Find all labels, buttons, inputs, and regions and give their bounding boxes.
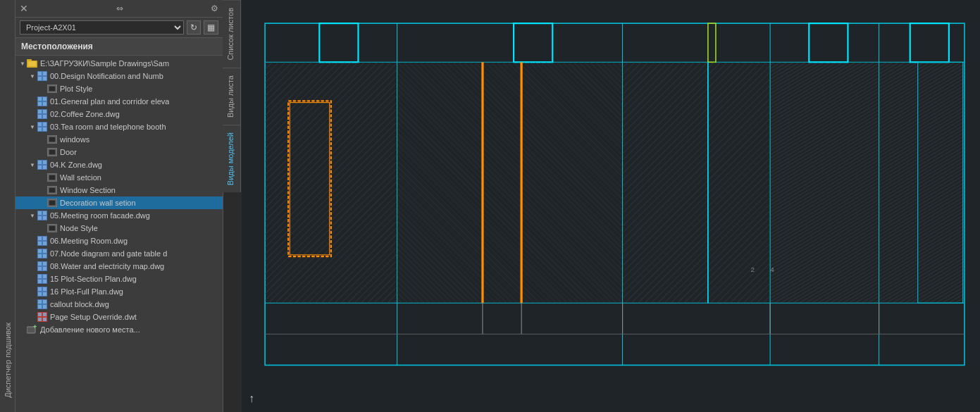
tree-item[interactable]: Wall setcion [15,171,223,184]
side-tab-1[interactable]: Виды листа [223,68,240,125]
svg-rect-18 [38,115,42,118]
svg-rect-48 [38,237,42,240]
svg-rect-5 [43,72,46,75]
tree-item-icon [46,83,58,94]
svg-rect-58 [38,262,42,266]
tree-item[interactable]: 16 Plot-Full Plan.dwg [15,285,223,298]
tree-item-label: Node Style [60,224,98,232]
tree-item-label: callout block.dwg [50,300,109,308]
tree-item[interactable]: Decoration wall setion [15,196,223,209]
tree-item-icon [37,311,48,323]
tree-item-icon [37,96,48,107]
tree-item[interactable]: 15 Plot-Section Plan.dwg [15,273,223,285]
tree-item[interactable]: callout block.dwg [15,298,223,311]
tree-arrow-icon [28,275,37,283]
svg-rect-101 [397,62,623,303]
tree-arrow-icon [28,237,37,245]
svg-rect-6 [38,77,42,80]
svg-rect-63 [38,275,42,278]
svg-rect-14 [43,102,46,106]
svg-rect-7 [43,77,46,80]
drawing-canvas-area: 2 4 ↑ [242,0,980,412]
svg-rect-37 [49,187,56,193]
close-icon[interactable]: ✕ [20,3,28,14]
svg-rect-73 [38,300,42,304]
tree-item-label: Добавление нового места... [40,325,140,334]
tree-arrow-icon [28,313,37,321]
tree-item[interactable]: ▼03.Tea room and telephone booth [15,120,223,133]
svg-rect-31 [43,161,46,164]
side-tabs: Список листовВиды листаВиды моделей [223,0,241,192]
tree-item[interactable]: +Добавление нового места... [15,323,223,336]
svg-rect-65 [38,280,42,283]
svg-rect-39 [49,200,56,206]
tree-item-icon [37,121,48,132]
tree-item[interactable]: Page Setup Override.dwt [15,311,223,323]
svg-rect-66 [43,280,46,283]
project-dropdown[interactable]: Project-A2X01 [20,20,184,35]
svg-rect-60 [38,267,42,270]
tree-item[interactable]: ▼00.Design Notification and Numb [15,70,223,82]
tree-item[interactable]: 02.Coffee Zone.dwg [15,108,223,120]
tree-item-label: Door [60,148,77,156]
side-tab-0[interactable]: Список листов [223,0,240,68]
svg-rect-24 [43,127,46,131]
svg-rect-43 [38,216,42,220]
svg-rect-74 [43,300,46,304]
tree-item[interactable]: 07.Node diagram and gate table d [15,247,223,260]
side-tab-2[interactable]: Виды моделей [223,125,240,192]
tree-item[interactable]: 01.General plan and corridor eleva [15,95,223,108]
panel-arrows-icon: ⇔ [116,4,123,13]
tree-item-label: 15 Plot-Section Plan.dwg [50,275,137,283]
tree-item[interactable]: Node Style [15,222,223,235]
tree-item-label: 16 Plot-Full Plan.dwg [50,287,123,296]
tree-item[interactable]: Window Section [15,184,223,196]
svg-rect-76 [43,305,46,308]
tree-item-icon [37,248,48,259]
tree-arrow-icon [28,97,37,106]
tree-arrow-icon [28,110,37,118]
tree-item-label: Window Section [60,186,116,194]
tree-item[interactable]: 06.Meeting Room.dwg [15,235,223,247]
svg-rect-69 [43,287,46,291]
left-dispatcher-tab[interactable]: Диспетчер подшивок [0,0,15,412]
tree-item[interactable]: Door [15,146,223,158]
svg-rect-51 [43,242,46,245]
tree-item[interactable]: ▼04.K Zone.dwg [15,158,223,171]
tree-item-label: Wall setcion [60,173,101,182]
tree-arrow-icon [18,325,27,334]
svg-rect-12 [43,97,46,101]
tree-item-icon [37,70,48,82]
svg-rect-44 [43,216,46,220]
tree-arrow-icon [28,287,37,296]
tree-item[interactable]: ▼E:\ЗАГРУЗКИ\Sample Drawings\Sam [15,57,223,70]
svg-rect-11 [38,97,42,101]
refresh-button[interactable]: ↻ [187,20,201,35]
tree-item-label: Decoration wall setion [60,199,136,207]
dropdown-row: Project-A2X01 ↻ ▦ [15,18,223,38]
tree-item-icon [37,261,48,272]
section-title: Местоположения [15,38,223,56]
tree-item[interactable]: windows [15,133,223,146]
tree-item-icon [37,299,48,310]
left-tab-label: Диспетчер подшивок [4,323,12,398]
tree-item[interactable]: Plot Style [15,82,223,95]
tree-arrow-icon: ▼ [28,211,37,220]
tree-item-icon [46,197,58,208]
svg-rect-68 [38,287,42,291]
svg-rect-102 [623,62,771,303]
tree-item-label: 07.Node diagram and gate table d [50,249,167,258]
tree-item[interactable]: 08.Water and electricity map.dwg [15,260,223,273]
tree-arrow-icon: ▼ [28,161,37,169]
add-button[interactable]: ▦ [204,20,218,35]
svg-rect-75 [38,305,42,308]
tree-item-icon [46,185,58,196]
svg-rect-103 [770,62,965,303]
svg-rect-70 [38,292,42,296]
svg-rect-54 [43,249,46,253]
svg-rect-21 [38,123,42,126]
bottom-arrow-indicator: ↑ [249,392,254,405]
gear-icon[interactable]: ⚙ [211,4,218,13]
tree-item[interactable]: ▼05.Meeting room facade.dwg [15,209,223,222]
tree-arrow-icon [38,173,46,182]
